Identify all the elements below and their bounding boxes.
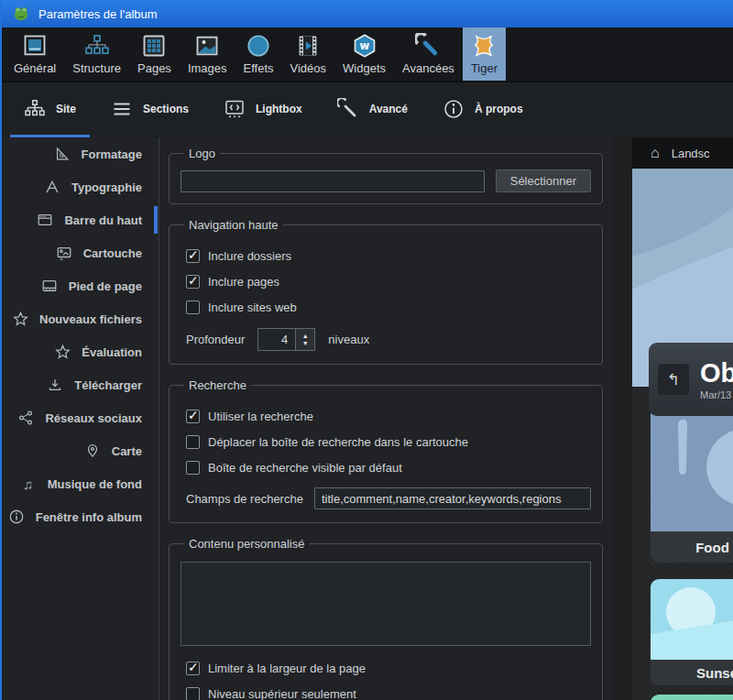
sidebar-item-formatage[interactable]: Formatage (2, 137, 159, 170)
search-legend: Recherche (184, 378, 251, 392)
toolbar-item-pages[interactable]: Pages (129, 27, 180, 81)
top-level-only-checkbox[interactable] (186, 687, 200, 700)
toolbar-item-tiger[interactable]: Tiger (463, 27, 506, 81)
map-pin-icon (83, 442, 102, 460)
toolbar-item-label: Tiger (471, 61, 498, 75)
toolbar-item-label: Général (14, 61, 56, 75)
grid-icon (141, 31, 167, 60)
search-fields-input[interactable] (314, 487, 591, 509)
preview-card-food[interactable]: Food & (651, 403, 733, 563)
settings-sidebar: Formatage Typographie Barre du haut Cart… (2, 137, 159, 700)
checkbox-label: Inclure pages (208, 275, 279, 289)
checkbox-label: Déplacer la boîte de recherche dans le c… (208, 435, 468, 449)
checkbox-row: Inclure pages (186, 275, 591, 289)
sidebar-item-reseaux-sociaux[interactable]: Réseaux sociaux (2, 401, 159, 434)
custom-content-textarea[interactable] (181, 562, 591, 646)
home-icon[interactable]: ⌂ (651, 145, 660, 161)
up-level-button[interactable]: ↰ (658, 364, 689, 395)
sidebar-item-pied-de-page[interactable]: Pied de page (2, 269, 159, 302)
titlebar[interactable]: Paramètres de l'album (2, 0, 733, 27)
skin-tab-row: Site Sections Lightbox Avancé À propos (2, 82, 733, 137)
logo-legend: Logo (184, 147, 220, 160)
toolbar-item-effects[interactable]: Effets (235, 27, 282, 81)
window-title: Paramètres de l'album (38, 7, 158, 21)
preview-nav-bar[interactable]: ⌂ Landsc (632, 137, 733, 169)
depth-spinner[interactable]: 4 ▲ ▼ (257, 328, 315, 351)
checkbox-row: Déplacer la boîte de recherche dans le c… (186, 435, 591, 449)
up-arrow-icon: ↰ (667, 370, 680, 389)
cutlery-icon (651, 403, 733, 531)
toolbar-item-images[interactable]: Images (180, 27, 235, 81)
sidebar-item-label: Barre du haut (64, 213, 142, 227)
toolbar-item-advanced[interactable]: Avancées (394, 27, 463, 81)
sidebar-item-barre-du-haut[interactable]: Barre du haut (2, 203, 159, 236)
spinner-down-icon[interactable]: ▼ (302, 340, 309, 347)
sidebar-item-carte[interactable]: Carte (2, 434, 159, 467)
toolbar-item-general[interactable]: Général (5, 27, 64, 81)
depth-spinner-arrows[interactable]: ▲ ▼ (296, 328, 315, 351)
preview-pane: ⌂ Landsc ↰ Obj Mar/ (612, 137, 733, 700)
search-fields-label: Champs de recherche (186, 492, 303, 506)
tab-advanced[interactable]: Avancé (323, 82, 421, 137)
depth-unit-label: niveaux (328, 333, 369, 346)
sunset-image (651, 579, 733, 660)
tab-site[interactable]: Site (10, 82, 90, 137)
preview-album-title[interactable]: Landsc (672, 147, 710, 160)
pelt-icon (471, 31, 497, 60)
food-thumbnail (651, 403, 733, 531)
sidebar-item-cartouche[interactable]: Cartouche (2, 236, 159, 269)
searchbox-visible-checkbox[interactable] (186, 461, 200, 475)
checkbox-label: Limiter à la largeur de la page (208, 662, 366, 675)
include-pages-checkbox[interactable] (186, 275, 200, 289)
sidebar-item-typographie[interactable]: Typographie (2, 170, 159, 203)
sidebar-item-evaluation[interactable]: Évaluation (2, 335, 159, 368)
hero-card-date: Mar/13 (700, 389, 733, 400)
checkbox-row: Limiter à la largeur de la page (186, 662, 591, 675)
include-websites-checkbox[interactable] (186, 301, 200, 314)
custom-content-legend: Contenu personnalisé (184, 537, 309, 551)
tab-label: Site (56, 103, 76, 115)
tab-label: À propos (475, 103, 523, 115)
move-searchbox-checkbox[interactable] (186, 435, 200, 449)
sidebar-item-telecharger[interactable]: Télécharger (2, 368, 159, 401)
sidebar-item-fenetre-info-album[interactable]: Fenêtre info album (2, 500, 159, 533)
sunset-thumbnail (651, 579, 733, 660)
toolbar-item-label: Vidéos (290, 61, 327, 75)
preview-hero-image[interactable]: ↰ Obj Mar/13 (632, 169, 733, 387)
sidebar-item-label: Réseaux sociaux (45, 411, 142, 425)
toolbar-item-widgets[interactable]: w Widgets (334, 27, 394, 81)
sidebar-item-label: Fenêtre info album (36, 510, 142, 524)
preview-column[interactable]: ⌂ Landsc ↰ Obj Mar/ (632, 137, 733, 700)
lines-icon (111, 98, 133, 120)
info-icon (443, 98, 465, 120)
preview-hero-card[interactable]: ↰ Obj Mar/13 (649, 343, 733, 416)
toolbar-item-videos[interactable]: Vidéos (282, 27, 335, 81)
set-square-icon (53, 145, 71, 163)
logo-path-input[interactable] (181, 170, 485, 192)
sidebar-item-label: Formatage (82, 148, 142, 161)
picture-icon (194, 31, 220, 60)
checkbox-label: Niveau supérieur seulement (208, 687, 356, 700)
use-search-checkbox[interactable] (186, 410, 200, 423)
preview-card-partial[interactable] (651, 695, 733, 700)
logo-select-button[interactable]: Sélectionner (496, 170, 591, 192)
include-folders-checkbox[interactable] (186, 249, 200, 263)
sunset-card-caption: Sunset (651, 660, 733, 685)
wrench-icon (415, 31, 441, 60)
logo-fieldset: Logo Sélectionner (169, 147, 603, 204)
sidebar-item-nouveaux-fichiers[interactable]: Nouveaux fichiers (2, 302, 159, 335)
spinner-up-icon[interactable]: ▲ (302, 333, 309, 340)
tab-sections[interactable]: Sections (97, 82, 202, 137)
toolbar-item-structure[interactable]: Structure (64, 27, 129, 81)
tab-label: Avancé (369, 103, 408, 115)
preview-card-sunset[interactable]: Sunset (651, 579, 733, 685)
sidebar-item-label: Cartouche (83, 246, 142, 260)
tab-lightbox[interactable]: Lightbox (210, 82, 316, 137)
depth-label: Profondeur (186, 333, 245, 346)
depth-value[interactable]: 4 (257, 328, 296, 351)
tab-about[interactable]: À propos (429, 82, 537, 137)
limit-page-width-checkbox[interactable] (186, 662, 200, 675)
sidebar-item-musique-de-fond[interactable]: ♫ Musique de fond (2, 467, 159, 500)
lightbox-icon (224, 98, 246, 120)
letter-a-icon (43, 178, 61, 196)
